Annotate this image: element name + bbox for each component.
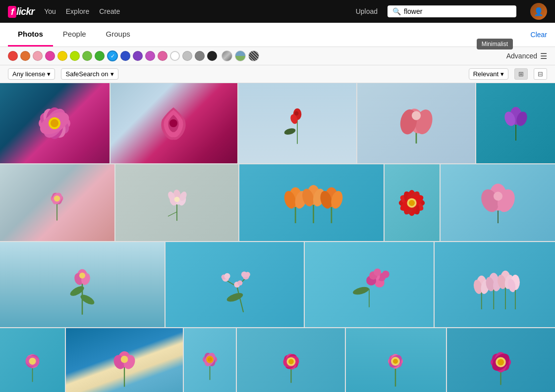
license-chevron-icon: ▾: [47, 70, 51, 78]
filters-row: ✓ Advanced ☰: [0, 47, 555, 65]
advanced-filter[interactable]: Advanced ☰: [506, 51, 547, 61]
list-item[interactable]: [346, 328, 445, 392]
tab-groups[interactable]: Groups: [96, 23, 140, 47]
svg-point-77: [241, 271, 247, 277]
svg-point-74: [224, 273, 230, 279]
avatar[interactable]: 👤: [530, 3, 547, 20]
color-swatch-purple[interactable]: [133, 51, 143, 61]
list-item[interactable]: [441, 164, 555, 241]
clear-button[interactable]: Clear: [531, 31, 547, 39]
options-row: Any license ▾ SafeSearch on ▾ Relevant ▾…: [0, 65, 555, 83]
tab-people[interactable]: People: [53, 23, 96, 47]
color-swatch-teal[interactable]: ✓: [107, 50, 118, 61]
upload-button[interactable]: Upload: [356, 7, 378, 15]
svg-point-89: [352, 286, 370, 296]
list-item[interactable]: [0, 164, 114, 241]
logo[interactable]: flickr: [8, 5, 34, 18]
list-item[interactable]: [237, 328, 345, 392]
color-swatch-pink-light[interactable]: [33, 51, 43, 61]
nav-explore[interactable]: Explore: [66, 7, 89, 15]
color-swatch-orange[interactable]: [20, 51, 30, 61]
svg-point-122: [208, 357, 212, 362]
svg-point-7: [51, 119, 58, 127]
color-swatch-blue[interactable]: [120, 51, 130, 61]
svg-point-64: [79, 293, 96, 307]
svg-line-29: [168, 212, 177, 216]
svg-point-137: [393, 359, 398, 364]
list-item[interactable]: [115, 164, 238, 241]
nav-you[interactable]: You: [44, 7, 56, 15]
list-item[interactable]: [184, 328, 236, 392]
svg-point-111: [29, 357, 36, 364]
svg-point-80: [225, 291, 244, 303]
tabs-bar: Photos People Groups Minimalist Clear: [0, 23, 555, 47]
color-swatch-lime[interactable]: [70, 51, 80, 61]
list-item[interactable]: [305, 242, 434, 327]
header: flickr You Explore Create Upload 🔍 👤: [0, 0, 555, 23]
color-swatch-gradient[interactable]: [222, 50, 232, 61]
list-item[interactable]: [0, 83, 110, 163]
safesearch-dropdown[interactable]: SafeSearch on ▾: [61, 68, 118, 80]
svg-point-56: [409, 199, 415, 205]
photo-grid: [0, 83, 555, 392]
search-icon: 🔍: [392, 7, 401, 15]
color-swatch-black[interactable]: [207, 51, 217, 61]
list-item[interactable]: [0, 242, 165, 327]
color-swatch-pink2[interactable]: [158, 51, 167, 61]
color-swatch-green1[interactable]: [82, 51, 92, 61]
color-swatch-violet[interactable]: [145, 51, 155, 61]
photo-row-3: [0, 242, 555, 327]
svg-point-13: [283, 127, 296, 136]
tab-photos[interactable]: Photos: [8, 23, 53, 47]
svg-point-87: [374, 269, 381, 276]
view-list-button[interactable]: ⊟: [534, 68, 547, 80]
safesearch-chevron-icon: ▾: [111, 70, 114, 78]
advanced-label: Advanced: [506, 52, 537, 60]
photo-row-4: [0, 328, 555, 392]
svg-point-12: [294, 111, 298, 115]
color-swatch-lightgray[interactable]: [182, 51, 192, 61]
view-grid-button[interactable]: ⊞: [514, 68, 528, 80]
license-dropdown[interactable]: Any license ▾: [8, 68, 55, 80]
svg-point-18: [412, 111, 421, 120]
color-swatch-darkgray[interactable]: [195, 51, 205, 61]
color-swatch-white[interactable]: [170, 51, 180, 61]
relevance-dropdown[interactable]: Relevant ▾: [469, 68, 508, 80]
list-item[interactable]: [166, 242, 304, 327]
list-item[interactable]: [447, 328, 555, 392]
relevance-chevron-icon: ▾: [500, 70, 504, 78]
color-swatch-magenta[interactable]: [45, 51, 55, 61]
list-item[interactable]: [476, 83, 555, 163]
svg-point-116: [121, 355, 128, 363]
svg-point-8: [169, 119, 177, 127]
search-input[interactable]: [404, 7, 511, 15]
list-item[interactable]: [66, 328, 183, 392]
svg-point-68: [79, 273, 85, 279]
svg-point-144: [498, 359, 504, 365]
svg-point-61: [493, 192, 502, 200]
photo-row-1: [0, 83, 555, 163]
list-item[interactable]: [385, 164, 440, 241]
color-swatch-pattern[interactable]: [248, 50, 259, 61]
color-swatch-yellow[interactable]: [57, 51, 67, 61]
photo-row-2: [0, 164, 555, 241]
advanced-icon: ☰: [540, 51, 547, 61]
nav-create[interactable]: Create: [99, 7, 120, 15]
color-swatch-red[interactable]: [8, 51, 18, 61]
minimalist-tooltip: Minimalist: [477, 39, 513, 49]
list-item[interactable]: [435, 242, 555, 327]
color-swatch-green2[interactable]: [95, 51, 105, 61]
svg-point-36: [174, 196, 180, 202]
color-swatch-landscape[interactable]: [235, 50, 246, 61]
svg-point-130: [288, 359, 294, 364]
svg-point-79: [237, 280, 242, 285]
list-item[interactable]: [111, 83, 237, 163]
list-item[interactable]: [0, 328, 65, 392]
list-item[interactable]: [357, 83, 475, 163]
svg-point-88: [382, 271, 389, 278]
svg-point-27: [54, 195, 60, 201]
list-item[interactable]: [238, 83, 356, 163]
search-bar: 🔍: [388, 5, 516, 17]
list-item[interactable]: [239, 164, 384, 241]
